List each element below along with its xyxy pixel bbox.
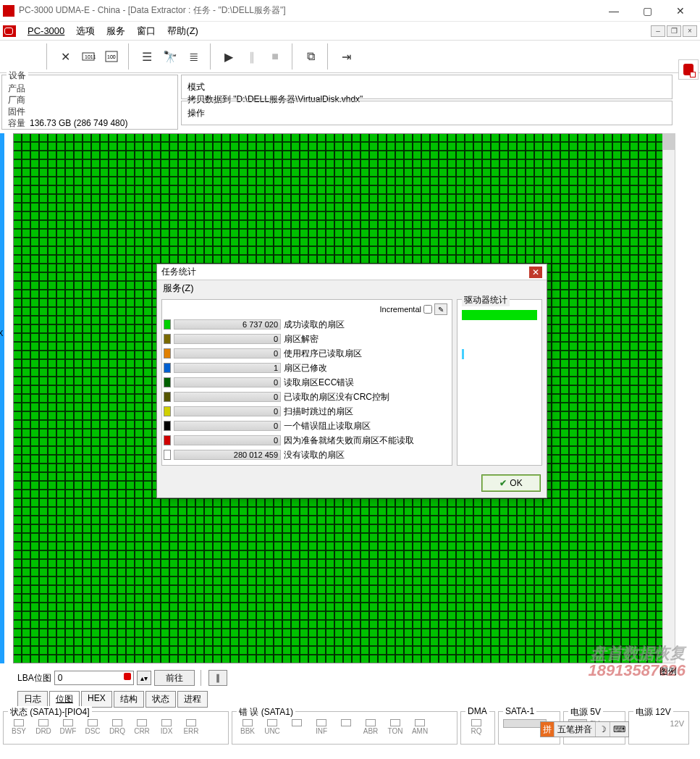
ime-toolbar[interactable]: 拼 五笔拼音 ☽ ⌨ (540, 721, 629, 737)
goto-button[interactable]: 前往 (154, 670, 195, 686)
status-power12-legend: 电源 12V (633, 706, 673, 718)
stat-swatch (164, 363, 171, 373)
ruler-x-label: X (0, 329, 3, 337)
status-led: DRD (33, 719, 54, 735)
lba-step-button[interactable]: ▴▾ (137, 671, 151, 685)
stat-swatch (164, 348, 171, 358)
stat-value: 6 737 020 (174, 319, 281, 330)
incremental-checkbox[interactable] (423, 305, 432, 314)
ime-mode-icon[interactable]: 拼 (541, 722, 554, 737)
mdi-close-button[interactable]: × (683, 25, 697, 37)
lba-input[interactable] (54, 671, 134, 685)
stat-desc: 扇区已修改 (284, 362, 327, 374)
mode-legend: 模式 (187, 81, 666, 93)
drive-stats-bar (462, 310, 537, 320)
dialog-close-button[interactable]: ✕ (529, 267, 542, 278)
exit-icon[interactable]: ⇥ (335, 46, 357, 67)
tools-icon[interactable]: ✕ (54, 46, 76, 67)
tab-state[interactable]: 状态 (146, 691, 176, 708)
vendor-label: 厂商 (8, 94, 25, 106)
tab-log[interactable]: 日志 (17, 691, 48, 708)
stat-value: 0 (174, 421, 281, 431)
menu-options[interactable]: 选项 (70, 23, 101, 39)
play-icon[interactable]: ▶ (218, 46, 240, 67)
stat-desc: 成功读取的扇区 (284, 319, 345, 331)
stop-icon[interactable]: ■ (264, 46, 286, 67)
status-led (335, 719, 357, 735)
status-sata-group: 状态 (SATA1)-[PIO4] BSYDRDDWFDSCDRQCRRIDXE… (3, 711, 229, 745)
lba-pause-button[interactable]: ∥ (208, 670, 227, 686)
capacity-value: 136.73 GB (286 749 480) (30, 117, 127, 129)
tab-hex[interactable]: HEX (81, 691, 112, 708)
ok-button[interactable]: ✔OK (481, 474, 541, 492)
drive-id-icon[interactable]: 1011 (77, 46, 99, 67)
separator (201, 670, 203, 686)
pause-icon[interactable]: ∥ (241, 46, 263, 67)
toolbar-separator (292, 43, 294, 70)
status-led: ABR (360, 719, 381, 735)
menu-window[interactable]: 窗口 (131, 23, 161, 39)
mdi-minimize-button[interactable]: – (651, 25, 665, 37)
status-power5-legend: 电源 5V (568, 706, 603, 718)
stat-desc: 读取扇区ECC错误 (284, 377, 354, 389)
stat-row: 0 扫描时跳过的扇区 (164, 404, 450, 419)
svg-text:100: 100 (107, 54, 116, 59)
ime-moon-icon[interactable]: ☽ (595, 722, 610, 737)
status-led: ERR (180, 719, 202, 735)
stat-row: 0 扇区解密 (164, 332, 450, 346)
status-led: DSC (82, 719, 104, 735)
menu-help[interactable]: 帮助(Z) (161, 23, 204, 39)
stats-tool-icon[interactable]: ✎ (434, 303, 447, 315)
copy-icon[interactable]: ⧉ (300, 46, 321, 67)
percent-icon[interactable]: 100 (101, 46, 122, 67)
toolbar: ✕ 1011 100 ☰ 🔭 ≣ ▶ ∥ ■ ⧉ ⇥ (0, 41, 700, 73)
led-rq: RQ (471, 727, 482, 735)
incremental-label: Incremental (380, 305, 421, 314)
stat-value: 0 (174, 435, 281, 445)
drive-side-icon[interactable] (678, 59, 699, 80)
status-led: CRR (131, 719, 153, 735)
tab-struct[interactable]: 结构 (114, 691, 144, 708)
menu-bar: PC-3000 选项 服务 窗口 帮助(Z) – ❐ × (0, 22, 700, 41)
stat-swatch (164, 450, 171, 460)
close-button[interactable]: ✕ (664, 0, 697, 22)
status-error-legend: 错 误 (SATA1) (237, 706, 295, 718)
firmware-label: 固件 (8, 106, 25, 117)
stat-swatch (164, 435, 171, 445)
menu-pc3000[interactable]: PC-3000 (22, 24, 70, 38)
stat-row: 6 737 020 成功读取的扇区 (164, 317, 450, 332)
product-label: 产品 (8, 83, 25, 94)
vertical-scrollbar[interactable] (662, 133, 675, 663)
stat-value: 0 (174, 406, 281, 416)
ime-label[interactable]: 五笔拼音 (554, 722, 595, 737)
stat-swatch (164, 377, 171, 387)
stat-desc: 使用程序已读取扇区 (284, 348, 362, 360)
mdi-restore-button[interactable]: ❐ (667, 25, 681, 37)
settings-icon[interactable]: ≣ (182, 46, 204, 67)
drive-stats-panel: 驱动器统计 (457, 299, 542, 466)
maximize-button[interactable]: ▢ (631, 0, 664, 22)
legend-label[interactable]: 图例 (659, 666, 677, 678)
stat-swatch (164, 319, 171, 330)
minimize-button[interactable]: — (597, 0, 631, 22)
lba-marker-icon (124, 673, 131, 680)
tab-process[interactable]: 进程 (177, 691, 208, 708)
stat-row: 280 012 459 没有读取的扇区 (164, 448, 450, 462)
operation-group: 操作 (181, 101, 672, 125)
ime-keyboard-icon[interactable]: ⌨ (610, 722, 628, 737)
map-build-icon[interactable]: ☰ (136, 46, 158, 67)
stat-row: 0 一个错误阻止读取扇区 (164, 419, 450, 433)
stat-value: 0 (174, 334, 281, 344)
window-titlebar: PC-3000 UDMA-E - China - [Data Extractor… (0, 0, 700, 22)
scrollbar-thumb[interactable] (663, 134, 675, 150)
toolbar-separator (128, 43, 130, 70)
binoculars-icon[interactable]: 🔭 (159, 46, 181, 67)
stat-swatch (164, 392, 171, 402)
svg-text:1011: 1011 (85, 54, 96, 59)
status-led: TON (384, 719, 406, 735)
menu-service[interactable]: 服务 (101, 23, 131, 39)
stat-swatch (164, 421, 171, 431)
stat-desc: 一个错误阻止读取扇区 (284, 420, 371, 432)
tab-bitmap[interactable]: 位图 (49, 691, 80, 708)
toolbar-separator (210, 43, 212, 70)
